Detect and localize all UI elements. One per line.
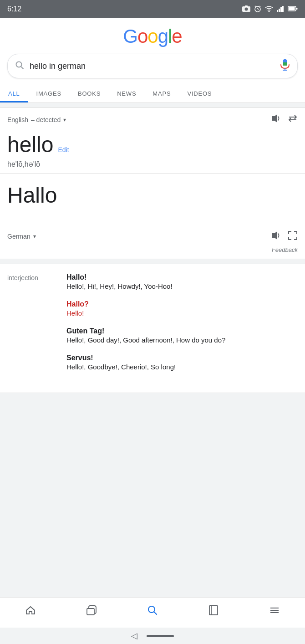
status-time: 6:12 [7,5,21,13]
svg-rect-15 [296,8,298,10]
battery-icon [288,5,298,13]
svg-rect-32 [209,606,218,615]
source-language[interactable]: English – detected ▾ [7,116,66,123]
google-header: Google hello in german [0,18,305,85]
tab-images[interactable]: IMAGES [28,85,70,102]
source-section: English – detected ▾ [0,108,305,174]
tab-news[interactable]: NEWS [109,85,144,102]
edit-label[interactable]: Edit [58,147,69,153]
dict-synonyms-1: Hello!, Hi!, Hey!, Howdy!, Yoo-Hoo! [66,282,298,290]
dict-entry-3: Guten Tag! Hello!, Good day!, Good after… [66,327,298,344]
svg-line-17 [21,66,23,69]
logo-g2: g [158,26,168,47]
target-language[interactable]: German ▾ [7,233,36,240]
source-audio-icon[interactable] [270,113,280,126]
logo-g: G [123,26,137,47]
source-lang-dropdown-icon[interactable]: ▾ [63,117,66,123]
signal-icon [277,5,284,13]
source-detected-label: – detected [31,116,61,123]
dictionary-row: interjection Hallo! Hello!, Hi!, Hey!, H… [7,273,298,371]
android-bottom-bar: ◁ [0,628,305,644]
dict-term-2: Hallo? [66,300,298,308]
translation-card: English – detected ▾ [0,107,305,259]
tab-books[interactable]: BOOKS [70,85,109,102]
swap-icon[interactable] [288,113,298,126]
nav-home[interactable] [18,602,43,621]
status-bar: 6:12 [0,0,305,18]
source-controls [270,113,298,126]
svg-rect-21 [283,59,287,62]
target-language-name: German [7,233,30,240]
svg-rect-14 [289,7,295,10]
tab-maps[interactable]: MAPS [144,85,179,102]
logo-o1: o [137,26,147,47]
search-icon [15,61,24,72]
svg-rect-2 [245,5,248,7]
source-word: hello [7,133,53,157]
source-word-container: hello Edit [7,133,298,157]
svg-line-7 [259,6,260,7]
dict-entry-4: Servus! Hello!, Goodbye!, Cheerio!, So l… [66,354,298,371]
nav-search[interactable] [140,602,165,621]
dictionary-card: interjection Hallo! Hello!, Hi!, Hey!, H… [0,264,305,393]
photo-icon [242,5,250,13]
svg-line-31 [154,612,157,615]
wifi-icon [265,5,273,13]
svg-line-6 [255,6,256,7]
alarm-icon [254,5,261,14]
target-lang-dropdown-icon[interactable]: ▾ [33,233,36,240]
dict-synonyms-4: Hello!, Goodbye!, Cheerio!, So long! [66,363,298,371]
target-word: Hallo [7,183,298,208]
dictionary-entries: Hallo! Hello!, Hi!, Hey!, Howdy!, Yoo-Ho… [66,273,298,371]
status-icons [242,5,298,14]
main-content: English – detected ▾ [0,107,305,439]
svg-point-8 [269,10,270,12]
svg-rect-11 [280,7,282,12]
nav-bookmarks[interactable] [201,602,226,621]
bookmarks-icon [208,605,219,618]
source-header: English – detected ▾ [7,113,298,126]
svg-marker-24 [272,114,277,123]
dict-entry-1: Hallo! Hello!, Hi!, Hey!, Howdy!, Yoo-Ho… [66,273,298,290]
bottom-nav [0,597,305,628]
dict-synonyms-3: Hello!, Good day!, Good afternoon!, How … [66,336,298,344]
expand-icon[interactable] [288,230,298,243]
target-section: Hallo German ▾ [0,174,305,259]
svg-rect-22 [283,62,287,66]
menu-icon [269,605,280,618]
logo-e: e [172,26,182,47]
logo-o2: o [147,26,158,47]
search-nav-icon [147,605,158,618]
feedback-link[interactable]: Feedback [7,246,298,253]
target-footer: German ▾ [7,230,298,243]
back-button[interactable]: ◁ [131,631,137,641]
source-phonetic: he'lō,hə'lō [7,160,298,169]
target-audio-icon[interactable] [270,230,280,243]
home-pill[interactable] [147,635,174,637]
dict-entry-2: Hallo? Hello! [66,300,298,317]
tab-videos[interactable]: VIDEOS [179,85,220,102]
svg-rect-9 [277,10,278,12]
nav-tabs-btn[interactable] [79,602,104,621]
dict-term-3: Guten Tag! [66,327,298,335]
tab-all[interactable]: ALL [0,85,28,102]
tabs-icon [86,605,97,618]
svg-rect-10 [279,9,280,12]
svg-marker-27 [272,231,277,240]
search-input[interactable]: hello in german [30,61,280,71]
part-of-speech: interjection [7,273,66,371]
nav-menu[interactable] [262,602,287,621]
nav-tabs: ALL IMAGES BOOKS NEWS MAPS VIDEOS [0,85,305,103]
svg-rect-28 [87,608,94,615]
google-logo: Google [123,26,182,47]
dict-synonyms-2: Hello! [66,309,298,317]
svg-rect-12 [282,6,284,12]
svg-point-1 [245,7,248,10]
search-box[interactable]: hello in german [7,54,298,78]
source-language-name: English [7,116,28,123]
dict-term-4: Servus! [66,354,298,362]
target-controls [270,230,298,243]
home-icon [25,605,36,618]
dict-term-1: Hallo! [66,273,298,281]
mic-icon[interactable] [280,59,290,73]
